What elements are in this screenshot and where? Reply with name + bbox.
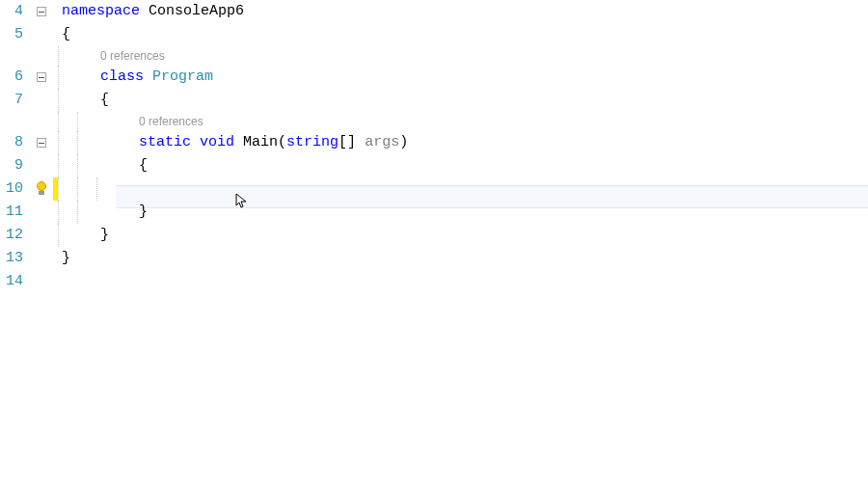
fold-toggle-icon[interactable] [37, 7, 46, 16]
line-number: 10 [0, 177, 23, 201]
codelens-line: 0 references [96, 46, 868, 66]
code-line[interactable]: { [135, 154, 868, 177]
line-number: 8 [0, 131, 23, 154]
line-number: 11 [0, 201, 23, 224]
code-line[interactable]: } [135, 201, 868, 224]
codelens-line: 0 references [135, 112, 868, 131]
code-line[interactable]: { [96, 89, 868, 112]
brace: } [62, 250, 70, 266]
brace: { [62, 26, 70, 42]
indent-guide [58, 0, 77, 488]
line-number: 14 [0, 270, 23, 293]
line-number: 13 [0, 247, 23, 270]
brace: { [100, 92, 109, 108]
code-line[interactable] [116, 270, 868, 293]
line-number [0, 46, 23, 66]
code-line[interactable]: } [58, 247, 868, 270]
line-number: 5 [0, 23, 23, 46]
keyword: class [100, 68, 144, 85]
indent-guide [77, 0, 96, 488]
code-line[interactable]: static void Main(string[] args) [135, 131, 868, 154]
keyword: static [139, 134, 191, 150]
code-editor[interactable]: 4 5 6 7 8 9 10 11 12 13 14 [0, 0, 868, 488]
keyword: namespace [62, 3, 140, 19]
type-name: Program [152, 68, 213, 85]
codelens-link[interactable]: 0 references [100, 49, 165, 63]
fold-toggle-icon[interactable] [37, 138, 46, 148]
line-number: 7 [0, 89, 23, 112]
code-line[interactable]: class Program [96, 66, 868, 89]
code-line[interactable]: { [58, 23, 868, 46]
brace: { [139, 157, 148, 174]
codelens-link[interactable]: 0 references [139, 115, 203, 128]
identifier: ConsoleApp6 [149, 3, 244, 19]
method-name: Main [243, 134, 278, 150]
fold-toggle-icon[interactable] [37, 72, 46, 82]
line-number: 4 [0, 0, 23, 23]
keyword: void [200, 134, 234, 150]
paren: ) [399, 134, 408, 150]
code-line[interactable]: namespace ConsoleApp6 [58, 0, 868, 23]
lightbulb-icon[interactable] [35, 181, 48, 197]
code-line[interactable]: } [96, 224, 868, 247]
line-number-gutter: 4 5 6 7 8 9 10 11 12 13 14 [0, 0, 29, 488]
line-number: 9 [0, 154, 23, 177]
brace: } [100, 227, 109, 243]
brackets: [] [339, 134, 365, 150]
parameter: args [365, 134, 399, 150]
brace: } [139, 203, 148, 220]
keyword: string [286, 134, 339, 150]
line-number: 12 [0, 224, 23, 247]
paren: ( [278, 134, 286, 150]
change-indicator [53, 177, 58, 201]
line-number [0, 112, 23, 131]
code-area[interactable]: namespace ConsoleApp6 { 0 references cla… [116, 0, 868, 488]
glyph-margin [29, 0, 58, 488]
line-number: 6 [0, 66, 23, 89]
code-line[interactable] [174, 177, 868, 201]
